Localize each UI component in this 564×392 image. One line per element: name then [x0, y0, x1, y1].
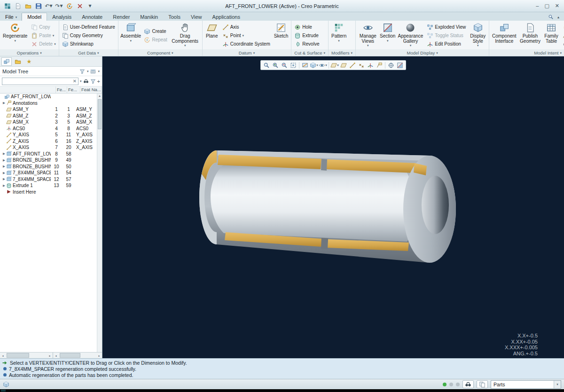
- spacer-notch-bottom[interactable]: [321, 238, 328, 249]
- save-button[interactable]: [34, 1, 43, 10]
- scroll-right-icon[interactable]: ▸: [96, 353, 102, 358]
- axis-button[interactable]: Axis: [221, 23, 272, 31]
- tree-row-extrude-1[interactable]: ▶Extrude 11359: [0, 182, 97, 189]
- undo-button[interactable]: ↶▾: [44, 1, 53, 10]
- tree-row-asm-x[interactable]: ASM_X35ASM_X: [0, 119, 97, 125]
- graphics-area[interactable]: ▾ ▾ ▾: [102, 56, 564, 358]
- scrollbar-thumb[interactable]: [98, 99, 102, 129]
- point-display-toggle[interactable]: [357, 61, 366, 69]
- right-end-bore-hole[interactable]: [422, 176, 449, 234]
- data-columns-scrollbar[interactable]: ◂▸: [53, 353, 102, 358]
- favorites-tab[interactable]: ★: [24, 57, 34, 66]
- tree-search-input[interactable]: [4, 78, 73, 84]
- hole-button[interactable]: Hole: [293, 23, 321, 31]
- customize-quick-access-button[interactable]: ▾: [86, 1, 94, 10]
- tab-file[interactable]: File▾: [1, 13, 22, 21]
- expand-icon[interactable]: ▶: [2, 165, 6, 168]
- tree-add-icon[interactable]: +: [97, 78, 100, 84]
- selection-filter-combobox[interactable]: Parts ▾: [491, 380, 561, 389]
- display-style-button[interactable]: ▾: [310, 61, 318, 69]
- open-file-button[interactable]: [24, 1, 32, 10]
- create-component-button[interactable]: Create: [142, 27, 168, 36]
- expand-icon[interactable]: ▶: [2, 177, 6, 181]
- expand-icon[interactable]: ▶: [2, 184, 6, 188]
- toggle-status-button[interactable]: Toggle Status: [425, 31, 467, 40]
- user-defined-feature-button[interactable]: User-Defined Feature: [61, 23, 117, 31]
- datum-display-filters-button[interactable]: ▾: [330, 61, 339, 69]
- minimize-button[interactable]: –: [536, 3, 539, 9]
- tree-row-x-axis[interactable]: X_AXIS720X_AXIS: [0, 144, 97, 151]
- group-label-model-intent[interactable]: Model Intent▾: [489, 49, 564, 56]
- tab-view[interactable]: View: [186, 13, 207, 21]
- parameters-button[interactable]: ( )Parameters: [561, 23, 564, 31]
- expand-icon[interactable]: ▶: [2, 171, 6, 175]
- model-aft-front-lower-assembly[interactable]: [199, 150, 456, 263]
- tree-row-spacer-2[interactable]: ▶7_8X4MM_SPACER1257: [0, 176, 97, 183]
- search-options-caret-icon[interactable]: ▾: [80, 79, 82, 83]
- column-header-feat-name[interactable]: Feat Na...: [80, 86, 102, 93]
- group-label-datum[interactable]: Datum▾: [203, 49, 291, 56]
- group-label-get-data[interactable]: Get Data▾: [59, 49, 118, 56]
- drag-components-button[interactable]: Drag Components ▾: [170, 22, 201, 49]
- tree-row-y-axis[interactable]: Y_AXIS511Y_AXIS: [0, 132, 97, 138]
- name-column-scrollbar[interactable]: ◂▸: [0, 353, 53, 358]
- tree-row-z-axis[interactable]: Z_AXIS616Z_AXIS: [0, 138, 97, 145]
- assemble-button[interactable]: Assemble ▾: [120, 22, 142, 49]
- model-viewport[interactable]: [102, 56, 564, 358]
- close-button[interactable]: ✕: [555, 3, 559, 9]
- plane-display-toggle[interactable]: [339, 61, 348, 69]
- tree-row-annotations[interactable]: ▶Annotations: [0, 100, 97, 107]
- tree-row-asm-y[interactable]: ASM_Y11ASM_Y: [0, 106, 97, 113]
- tree-row-bronze-bushing-1[interactable]: ▶BRONZE_BUSHING949: [0, 157, 97, 164]
- shrinkwrap-button[interactable]: Shrinkwrap: [61, 40, 117, 48]
- regenerate-quick-button[interactable]: [65, 1, 74, 10]
- tree-columns-icon[interactable]: [90, 69, 96, 74]
- model-tree[interactable]: AFT_FRONT_LOWER ▶Annotations ASM_Y11ASM_…: [0, 94, 102, 352]
- tree-row-bronze-bushing-2[interactable]: ▶BRONZE_BUSHING1050: [0, 164, 97, 170]
- minimize-ribbon-icon[interactable]: ▴: [557, 15, 559, 19]
- axis-display-toggle[interactable]: [348, 61, 357, 69]
- switch-symbols-button[interactable]: Switch Symbols: [561, 31, 564, 40]
- repeat-button[interactable]: Repeat: [142, 36, 168, 44]
- scrollbar-thumb[interactable]: [60, 353, 80, 358]
- scroll-right-icon[interactable]: ▸: [47, 353, 53, 358]
- tab-render[interactable]: Render: [108, 13, 135, 21]
- inner-bore-surface[interactable]: [211, 164, 415, 242]
- exploded-view-button[interactable]: Exploded View: [425, 23, 467, 31]
- expand-icon[interactable]: ▶: [2, 152, 6, 156]
- tab-analysis[interactable]: Analysis: [47, 13, 77, 21]
- tree-row-insert-here[interactable]: Insert Here: [0, 189, 97, 196]
- group-label-component[interactable]: Component▾: [118, 49, 202, 56]
- copy-geometry-button[interactable]: Copy Geometry: [61, 31, 117, 40]
- model-tree-tab[interactable]: [1, 57, 12, 66]
- expand-icon[interactable]: ▶: [2, 158, 6, 162]
- manage-views-button[interactable]: Manage Views ▾: [357, 22, 379, 49]
- clear-search-icon[interactable]: ✕: [73, 78, 77, 84]
- zoom-in-button[interactable]: [271, 61, 280, 69]
- revolve-button[interactable]: Revolve: [293, 40, 321, 48]
- group-label-operations[interactable]: Operations▾: [0, 49, 59, 56]
- coordinate-system-button[interactable]: Coordinate System: [221, 40, 272, 48]
- spin-center-toggle[interactable]: [387, 61, 395, 69]
- tab-applications[interactable]: Applications: [207, 13, 245, 21]
- close-window-button[interactable]: [75, 1, 84, 10]
- refit-button[interactable]: [289, 61, 298, 69]
- copy-button[interactable]: Copy: [30, 23, 57, 31]
- scroll-left-icon[interactable]: ◂: [0, 353, 6, 358]
- relations-button[interactable]: d=Relations: [561, 40, 564, 48]
- column-header-name[interactable]: [0, 86, 56, 93]
- column-header-feat-number[interactable]: Fe...: [56, 86, 67, 93]
- csys-display-toggle[interactable]: [366, 61, 375, 69]
- tree-search-box[interactable]: ✕: [2, 78, 78, 85]
- app-menu-button[interactable]: [3, 1, 12, 10]
- new-file-button[interactable]: [13, 1, 22, 10]
- view-manager-button[interactable]: [396, 61, 404, 69]
- tree-row-aft-front-lower-part[interactable]: ▶AFT_FRONT_LOWER858: [0, 151, 97, 157]
- combobox-caret[interactable]: ▾: [554, 381, 561, 388]
- edit-position-button[interactable]: Edit Position: [425, 40, 467, 48]
- zoom-out-button[interactable]: [280, 61, 289, 69]
- point-button[interactable]: Point▾: [221, 31, 272, 40]
- appearance-gallery-button[interactable]: Appearance Gallery ▾: [397, 22, 425, 49]
- display-style-button[interactable]: Display Style ▾: [468, 22, 487, 49]
- tree-filter-icon[interactable]: [90, 78, 96, 84]
